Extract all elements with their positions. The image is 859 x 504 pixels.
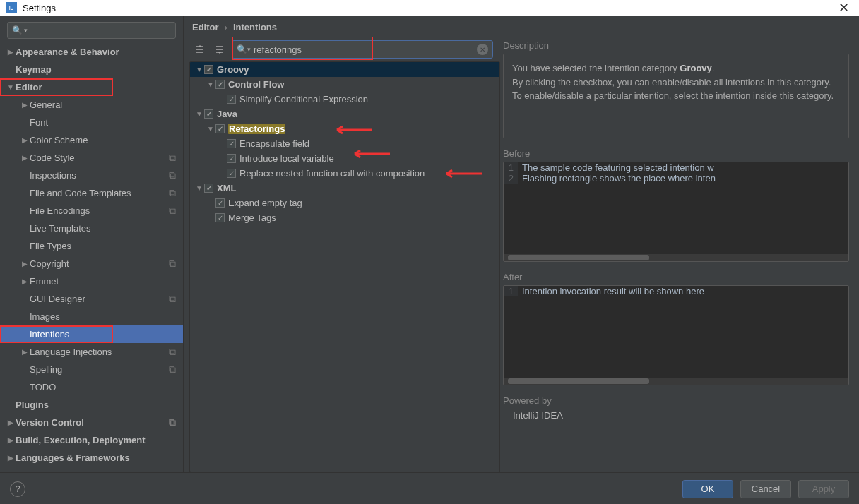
sidebar-item-code-style[interactable]: ▶Code Style⧉ — [0, 149, 183, 167]
intention-checkbox[interactable] — [215, 80, 225, 89]
sidebar-item-label: Spelling — [30, 364, 169, 375]
intention-node-groovy[interactable]: ▼Groovy — [190, 62, 499, 77]
tree-twisty-icon: ▶ — [20, 101, 30, 109]
sidebar-item-editor[interactable]: ▼Editor — [0, 78, 183, 96]
sidebar-item-inspections[interactable]: Inspections⧉ — [0, 167, 183, 184]
sidebar-item-label: File and Code Templates — [30, 188, 169, 198]
sidebar-item-file-types[interactable]: File Types — [0, 237, 183, 255]
collapse-all-button[interactable] — [212, 42, 227, 57]
code-text: Intention invocation result will be show… — [518, 286, 704, 296]
sidebar-item-label: Keymap — [16, 64, 183, 75]
tree-twisty-icon: ▶ — [20, 277, 30, 285]
intentions-search[interactable]: 🔍 ▾ ✕ — [232, 40, 493, 59]
scope-icon: ⧉ — [169, 258, 176, 270]
settings-sidebar: 🔍 ▾ ▶Appearance & BehaviorKeymap▼Editor▶… — [0, 16, 184, 472]
sidebar-item-label: Color Scheme — [30, 135, 183, 145]
scrollbar[interactable] — [504, 254, 848, 261]
scope-icon: ⧉ — [169, 346, 176, 358]
sidebar-item-todo[interactable]: TODO — [0, 378, 183, 396]
sidebar-item-spelling[interactable]: Spelling⧉ — [0, 361, 183, 378]
apply-button[interactable]: Apply — [798, 480, 849, 498]
intention-node-replace-nested-function-call-with-composition[interactable]: Replace nested function call with compos… — [190, 166, 499, 181]
sidebar-item-font[interactable]: Font — [0, 114, 183, 131]
sidebar-item-label: Intentions — [30, 329, 183, 340]
scope-icon: ⧉ — [169, 364, 176, 376]
sidebar-item-file-encodings[interactable]: File Encodings⧉ — [0, 202, 183, 220]
tree-twisty-icon: ▼ — [194, 184, 204, 192]
sidebar-item-emmet[interactable]: ▶Emmet — [0, 272, 183, 290]
sidebar-item-intentions[interactable]: Intentions — [0, 325, 183, 343]
gutter-line-number: 2 — [504, 173, 518, 184]
intention-checkbox[interactable] — [215, 198, 225, 208]
intentions-search-input[interactable] — [254, 44, 477, 55]
expand-all-button[interactable] — [192, 42, 208, 57]
intention-label: Introduce local variable — [239, 153, 334, 164]
sidebar-item-copyright[interactable]: ▶Copyright⧉ — [0, 255, 183, 272]
tree-twisty-icon: ▼ — [206, 80, 215, 88]
intention-checkbox[interactable] — [204, 65, 213, 74]
breadcrumb: Editor › Intentions — [184, 16, 859, 37]
cancel-button[interactable]: Cancel — [740, 480, 791, 498]
tree-twisty-icon: ▼ — [206, 125, 215, 133]
before-code: 1The sample code featuring selected inte… — [503, 162, 849, 262]
intention-label: Groovy — [217, 64, 249, 75]
sidebar-item-label: Live Templates — [30, 223, 183, 234]
intentions-panel: 🔍 ▾ ✕ ▼Groovy▼Control — [189, 37, 500, 472]
code-text: Flashing rectangle shows the place where… — [518, 173, 716, 184]
clear-search-icon[interactable]: ✕ — [477, 44, 488, 55]
help-button[interactable]: ? — [10, 481, 25, 497]
intention-node-merge-tags[interactable]: Merge Tags — [190, 210, 499, 225]
intention-node-control-flow[interactable]: ▼Control Flow — [190, 77, 499, 92]
settings-search[interactable]: 🔍 ▾ — [7, 22, 176, 39]
intention-node-introduce-local-variable[interactable]: Introduce local variable — [190, 151, 499, 166]
close-icon[interactable]: ✕ — [834, 0, 853, 16]
intention-label: Simplify Conditional Expression — [239, 94, 368, 104]
sidebar-item-color-scheme[interactable]: ▶Color Scheme — [0, 131, 183, 149]
intention-checkbox[interactable] — [215, 124, 225, 133]
sidebar-item-gui-designer[interactable]: GUI Designer⧉ — [0, 290, 183, 308]
intention-node-expand-empty-tag[interactable]: Expand empty tag — [190, 196, 499, 210]
intention-checkbox[interactable] — [227, 139, 236, 148]
intention-node-encapsulate-field[interactable]: Encapsulate field — [190, 136, 499, 151]
intention-checkbox[interactable] — [227, 95, 236, 104]
sidebar-item-label: Language Injections — [30, 347, 169, 357]
sidebar-item-live-templates[interactable]: Live Templates — [0, 220, 183, 237]
sidebar-item-keymap[interactable]: Keymap — [0, 61, 183, 78]
intention-node-refactorings[interactable]: ▼Refactorings — [190, 121, 499, 136]
sidebar-item-appearance-behavior[interactable]: ▶Appearance & Behavior — [0, 43, 183, 61]
intention-node-java[interactable]: ▼Java — [190, 107, 499, 121]
gutter-line-number: 1 — [504, 286, 518, 296]
scope-icon: ⧉ — [169, 416, 176, 428]
intention-checkbox[interactable] — [227, 154, 236, 163]
scope-icon: ⧉ — [169, 205, 176, 217]
sidebar-item-label: Inspections — [30, 170, 169, 181]
breadcrumb-editor[interactable]: Editor — [192, 22, 219, 32]
sidebar-item-plugins[interactable]: Plugins — [0, 396, 183, 414]
sidebar-item-version-control[interactable]: ▶Version Control⧉ — [0, 414, 183, 431]
titlebar: IJ Settings ✕ — [0, 0, 859, 16]
intention-node-xml[interactable]: ▼XML — [190, 181, 499, 196]
intention-node-simplify-conditional-expression[interactable]: Simplify Conditional Expression — [190, 92, 499, 107]
tree-twisty-icon: ▼ — [194, 110, 204, 118]
intention-checkbox[interactable] — [215, 213, 225, 222]
intention-checkbox[interactable] — [204, 184, 213, 193]
sidebar-item-languages-frameworks[interactable]: ▶Languages & Frameworks — [0, 449, 183, 467]
sidebar-item-label: File Encodings — [30, 205, 169, 216]
sidebar-item-label: Build, Execution, Deployment — [16, 435, 183, 445]
powered-by-value: IntelliJ IDEA — [503, 406, 849, 421]
sidebar-item-general[interactable]: ▶General — [0, 96, 183, 114]
tree-twisty-icon: ▶ — [6, 419, 16, 426]
sidebar-item-build-execution-deployment[interactable]: ▶Build, Execution, Deployment — [0, 431, 183, 449]
breadcrumb-separator: › — [225, 22, 227, 32]
intention-checkbox[interactable] — [204, 109, 213, 119]
intention-checkbox[interactable] — [227, 169, 236, 178]
sidebar-item-images[interactable]: Images — [0, 308, 183, 325]
scrollbar[interactable] — [504, 378, 848, 385]
search-icon: 🔍 — [237, 44, 247, 54]
ok-button[interactable]: OK — [682, 480, 733, 498]
breadcrumb-intentions: Intentions — [233, 22, 277, 32]
sidebar-item-language-injections[interactable]: ▶Language Injections⧉ — [0, 343, 183, 361]
sidebar-item-file-and-code-templates[interactable]: File and Code Templates⧉ — [0, 184, 183, 202]
sidebar-item-label: Images — [30, 311, 183, 322]
intention-label: Merge Tags — [228, 212, 276, 223]
